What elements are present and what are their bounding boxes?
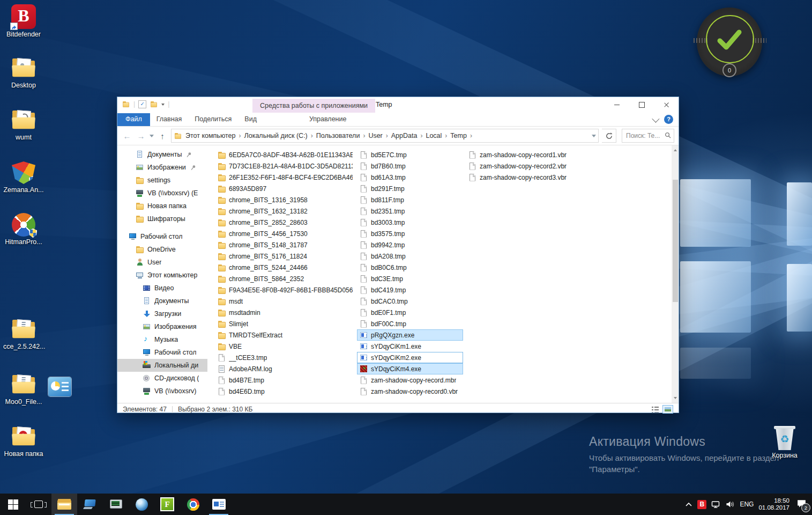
file-item[interactable]: zam-shadow-copy-record2.vbr xyxy=(466,160,586,172)
file-item[interactable]: sYDqyCiKm2.exe xyxy=(357,352,463,363)
taskbar-button-console[interactable] xyxy=(103,494,129,515)
file-item[interactable]: F9A34E5E-8F0B-492F-86B1-FBBB45D056D9 xyxy=(215,284,355,296)
tab-share[interactable]: Поделиться xyxy=(188,113,238,126)
scrollbar-thumb[interactable] xyxy=(673,180,678,302)
breadcrumb-segment[interactable]: Local xyxy=(423,131,444,141)
file-item[interactable]: zam-shadow-copy-record.mbr xyxy=(357,374,463,386)
bitdefender-widget[interactable]: 0 xyxy=(697,8,762,76)
nav-item[interactable]: CD-дисковод ( xyxy=(117,372,207,385)
address-dropdown-icon[interactable] xyxy=(592,135,596,139)
recycle-bin-icon[interactable]: ♻ Корзина xyxy=(769,426,801,459)
tab-home[interactable]: Главная xyxy=(150,113,189,126)
file-item[interactable]: AdobeARM.log xyxy=(215,363,355,374)
file-item[interactable]: TMRDTSelfExtract xyxy=(215,329,355,341)
file-item[interactable]: __tCEE3.tmp xyxy=(215,352,355,363)
nav-item[interactable]: Локальный ди xyxy=(117,359,207,372)
file-item[interactable]: bdCAC0.tmp xyxy=(357,296,463,307)
file-item[interactable]: bdE0F1.tmp xyxy=(357,307,463,318)
nav-item[interactable]: Рабочий стол xyxy=(117,230,207,243)
file-item[interactable]: sYDqyCiKm1.exe xyxy=(357,341,463,352)
file-item[interactable]: bdC419.tmp xyxy=(357,284,463,296)
desktop-icon[interactable]: wumt xyxy=(3,108,44,141)
file-item[interactable]: chrome_BITS_1316_31958 xyxy=(215,194,355,205)
qat-dropdown-icon[interactable] xyxy=(161,104,165,107)
volume-icon[interactable] xyxy=(726,501,735,508)
breadcrumb-segment[interactable]: AppData xyxy=(389,131,420,141)
file-item[interactable]: pRgQXgzn.exe xyxy=(357,329,463,341)
taskbar-button-f-secure[interactable]: F xyxy=(154,494,180,515)
file-item[interactable]: 6893A5D897 xyxy=(215,183,355,194)
breadcrumb-segment[interactable]: Пользователи xyxy=(314,131,362,141)
desktop-icon[interactable]: HitmanPro... xyxy=(3,213,44,246)
file-item[interactable]: chrome_BITS_2852_28603 xyxy=(215,217,355,228)
file-item[interactable]: bd2351.tmp xyxy=(357,205,463,217)
desktop-icon[interactable]: Desktop xyxy=(3,56,44,89)
tab-view[interactable]: Вид xyxy=(238,113,263,126)
file-item[interactable]: zam-shadow-copy-record0.vbr xyxy=(357,386,463,397)
taskbar-button-doc-app[interactable] xyxy=(206,494,232,515)
refresh-button[interactable] xyxy=(602,129,616,143)
file-item[interactable]: bd291F.tmp xyxy=(357,183,463,194)
tray-expand-icon[interactable] xyxy=(685,502,692,507)
language-indicator[interactable]: ENG xyxy=(740,501,754,508)
search-box[interactable] xyxy=(622,129,674,143)
file-item[interactable]: Slimjet xyxy=(215,318,355,329)
file-item[interactable]: chrome_BITS_1632_13182 xyxy=(215,205,355,217)
details-view-button[interactable] xyxy=(650,405,660,414)
file-item[interactable]: bd4E6D.tmp xyxy=(215,386,355,397)
file-item[interactable]: bd61A3.tmp xyxy=(357,172,463,183)
nav-item[interactable]: Видео xyxy=(117,282,207,295)
nav-item[interactable]: settings xyxy=(117,174,207,187)
file-item[interactable]: 26F1E352-F6F1-48F4-BCF4-E9C2D6BA46B3 xyxy=(215,172,355,183)
properties-check-icon[interactable]: ✓ xyxy=(138,100,146,108)
nav-item[interactable]: User xyxy=(117,256,207,269)
file-item[interactable]: bd811F.tmp xyxy=(357,194,463,205)
help-icon[interactable]: ? xyxy=(664,115,673,124)
taskbar-button-task-view[interactable] xyxy=(26,494,51,515)
file-item[interactable]: bdA208.tmp xyxy=(357,251,463,262)
file-item[interactable]: bdC3E.tmp xyxy=(357,273,463,284)
file-item[interactable]: 6ED5A7C0-8ADF-4B34-A62B-01E11343AB78 xyxy=(215,149,355,160)
search-input[interactable] xyxy=(625,130,664,142)
forward-button[interactable]: → xyxy=(136,131,146,141)
nav-item[interactable]: OneDrive xyxy=(117,243,207,256)
file-item[interactable]: sYDqyCiKm4.exe xyxy=(357,363,463,374)
file-item[interactable]: zam-shadow-copy-record3.vbr xyxy=(466,172,586,183)
nav-item[interactable]: Музыка xyxy=(117,333,207,346)
tab-file[interactable]: Файл xyxy=(117,113,150,126)
breadcrumb-segment[interactable]: Локальный диск (C:) xyxy=(242,131,309,141)
file-item[interactable]: bd3575.tmp xyxy=(357,228,463,239)
close-button[interactable] xyxy=(654,97,679,113)
nav-item[interactable]: Загрузки xyxy=(117,307,207,320)
desktop-icon[interactable]: Новая папка xyxy=(3,425,44,458)
bitdefender-tray-icon[interactable]: B xyxy=(697,500,706,509)
breadcrumb-segment[interactable]: Этот компьютер xyxy=(183,131,237,141)
file-item[interactable]: msdt xyxy=(215,296,355,307)
file-item[interactable]: chrome_BITS_5244_24466 xyxy=(215,262,355,273)
file-item[interactable]: VBE xyxy=(215,341,355,352)
nav-item[interactable]: Этот компьютер xyxy=(117,269,207,282)
action-center-button[interactable]: 2 xyxy=(796,499,807,510)
file-item[interactable]: chrome_BITS_5148_31787 xyxy=(215,239,355,251)
nav-item[interactable]: Изображени xyxy=(117,161,207,174)
file-item[interactable]: bd3003.tmp xyxy=(357,217,463,228)
desktop-icon[interactable]: BBitdefender xyxy=(3,4,44,38)
nav-item[interactable]: Новая папка xyxy=(117,200,207,212)
taskbar-button-globe[interactable] xyxy=(129,494,154,515)
nav-item[interactable]: VB (\\vboxsrv) (E xyxy=(117,187,207,200)
network-icon[interactable] xyxy=(711,501,721,509)
file-item[interactable]: bd9942.tmp xyxy=(357,239,463,251)
nav-item[interactable]: Шифраторы xyxy=(117,212,207,225)
back-button[interactable]: ← xyxy=(122,131,132,141)
file-item[interactable]: chrome_BITS_5176_11824 xyxy=(215,251,355,262)
recent-locations-icon[interactable] xyxy=(150,135,154,139)
nav-item[interactable]: Изображения xyxy=(117,320,207,333)
collapse-ribbon-icon[interactable] xyxy=(652,115,659,122)
file-item[interactable]: bd7B60.tmp xyxy=(357,160,463,172)
file-item[interactable]: bd5E7C.tmp xyxy=(357,149,463,160)
nav-item[interactable]: VB (\\vboxsrv) xyxy=(117,385,207,398)
file-item[interactable]: bd4B7E.tmp xyxy=(215,374,355,386)
file-item[interactable]: chrome_BITS_5864_2352 xyxy=(215,273,355,284)
thumbnail-view-button[interactable] xyxy=(662,405,673,414)
nav-item[interactable]: Библиотеки xyxy=(117,402,207,403)
